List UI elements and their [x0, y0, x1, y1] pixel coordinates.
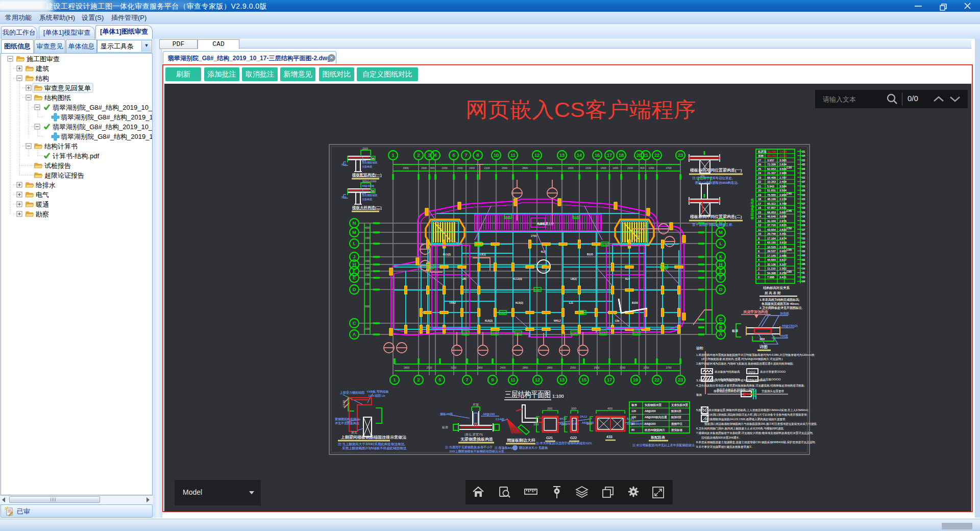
svg-text:2100: 2100	[442, 166, 447, 170]
svg-text:电梯机房上空: 电梯机房上空	[537, 222, 554, 226]
svg-text:3300: 3300	[403, 166, 408, 170]
svg-text:68.499: 68.499	[767, 176, 776, 179]
svg-text:1300: 1300	[365, 267, 371, 270]
svg-text:90: 90	[631, 422, 634, 425]
svg-text:1500: 1500	[457, 166, 462, 170]
svg-text:2900: 2900	[547, 166, 552, 170]
svg-text:KL9(2): KL9(2)	[516, 301, 523, 304]
svg-text:支座负筋设置: 支座负筋设置	[671, 403, 689, 407]
svg-text:700宽: 700宽	[780, 334, 788, 338]
svg-text:2600: 2600	[365, 249, 371, 252]
svg-text:13: 13	[758, 220, 761, 223]
svg-text:3.698: 3.698	[779, 215, 787, 218]
svg-text:L: L	[353, 241, 355, 246]
svg-text:宜十选用于类似的混凝土梁.: 宜十选用于类似的混凝土梁.	[692, 223, 733, 227]
svg-text:11: 11	[510, 153, 515, 158]
svg-text:C40: C40	[787, 192, 792, 195]
svg-text:侧板A6筋: 侧板A6筋	[440, 413, 453, 416]
svg-text:16: 16	[758, 206, 761, 209]
svg-text:17: 17	[758, 202, 761, 205]
svg-text:2500: 2500	[426, 366, 432, 369]
svg-text:3.365: 3.365	[779, 159, 787, 162]
svg-text:900: 900	[430, 166, 435, 170]
svg-text:19: 19	[758, 194, 761, 197]
svg-text:7: 7	[758, 246, 760, 249]
svg-text:主筋构造: 主筋构造	[362, 165, 372, 168]
svg-text:梁宽: 梁宽	[351, 430, 357, 435]
svg-text:1500: 1500	[365, 260, 371, 262]
svg-text:1: 1	[393, 377, 396, 382]
svg-text:2000: 2000	[502, 166, 507, 170]
svg-text:100/上翻梁侧楼板平板钢筋锚固做法示意: 100/上翻梁侧楼板平板钢筋锚固做法示意	[449, 449, 504, 453]
svg-text:32.706: 32.706	[767, 150, 776, 153]
svg-text:YKB板,弯钩锚板: YKB板,弯钩锚板	[366, 390, 389, 394]
svg-text:-10: -10	[801, 254, 805, 257]
svg-text:预留洞口周边板底附加钢筋网片与原板筋搭接200,施工时注意预: 预留洞口周边板底附加钢筋网片与原板筋搭接200,施工时注意预埋定位复核无误后方可…	[704, 422, 818, 426]
svg-text:洞口角部附加放射筋2A12长1500,遇梁锚入梁内满足锚固长: 洞口角部附加放射筋2A12长1500,遇梁锚入梁内满足锚固长度要求.	[704, 417, 787, 421]
svg-text:7.988: 7.988	[767, 276, 774, 279]
svg-text:WKL2: WKL2	[554, 319, 561, 322]
svg-text:6: 6	[758, 250, 760, 253]
svg-text:A8@200: A8@200	[483, 413, 495, 416]
svg-text:3.957: 3.957	[767, 159, 774, 162]
svg-text:16: 16	[595, 153, 600, 158]
svg-text:KL6(2): KL6(2)	[485, 319, 493, 322]
svg-text:54.398: 54.398	[767, 272, 776, 275]
svg-text:62.653: 62.653	[767, 167, 776, 171]
svg-text:L3(1): L3(1)	[480, 253, 486, 256]
svg-text:E: E	[353, 275, 356, 280]
svg-text:15: 15	[758, 211, 761, 214]
svg-text:5: 5	[438, 377, 441, 382]
svg-text:C45: C45	[787, 209, 792, 212]
svg-text:B100: B100	[632, 301, 638, 304]
svg-text:KL4: KL4	[625, 277, 630, 280]
svg-text:200: 200	[587, 422, 593, 425]
svg-text:20: 20	[758, 189, 761, 192]
svg-text:A8@200: A8@200	[645, 422, 656, 425]
svg-text:300: 300	[760, 337, 765, 341]
svg-text:22: 22	[758, 180, 761, 183]
svg-text:-14: -14	[801, 154, 805, 157]
svg-text:9: 9	[491, 377, 494, 382]
svg-text:23: 23	[678, 153, 683, 158]
svg-text:17: 17	[607, 153, 612, 158]
svg-text:h120: h120	[534, 288, 540, 292]
svg-text:46.646: 46.646	[767, 215, 776, 218]
svg-text:63.190: 63.190	[767, 241, 776, 244]
svg-text:h120: h120	[579, 311, 585, 315]
svg-text:100: 100	[631, 416, 636, 419]
svg-text:66.953: 66.953	[767, 211, 776, 214]
svg-text:上部受力钢筋锚固: 上部受力钢筋锚固	[339, 391, 364, 395]
svg-text:21: 21	[643, 153, 648, 158]
svg-text:1400: 1400	[612, 166, 618, 170]
svg-text:封边: 封边	[341, 196, 347, 199]
svg-text:A: A	[353, 332, 356, 337]
svg-text:200: 200	[547, 407, 553, 410]
svg-text:注:当上翻梁高大于300时采用此构造做法做法,: 注:当上翻梁高大于300时采用此构造做法做法,	[338, 442, 405, 446]
svg-text:3.506: 3.506	[779, 167, 787, 171]
svg-text:14: 14	[577, 153, 582, 158]
svg-text:板厚: 板厚	[731, 329, 738, 332]
svg-text:57.897: 57.897	[767, 206, 776, 209]
svg-text:2.815: 2.815	[779, 224, 787, 227]
svg-text:32.136: 32.136	[767, 263, 776, 266]
svg-text:2300: 2300	[365, 283, 371, 285]
svg-text:3150: 3150	[451, 366, 456, 369]
svg-text:2100: 2100	[585, 166, 591, 170]
svg-text:3.391: 3.391	[779, 232, 787, 235]
svg-text:C14@: C14@	[496, 418, 504, 421]
svg-text:封边: 封边	[341, 163, 347, 166]
svg-text:表示计算要求OOOO: 表示计算要求OOOO	[760, 370, 786, 374]
svg-text:2850: 2850	[547, 366, 552, 369]
svg-text:A8@200: A8@200	[645, 409, 656, 413]
svg-text:-19: -19	[801, 224, 805, 227]
svg-text:4A12: 4A12	[559, 417, 567, 420]
svg-text:31.444: 31.444	[767, 220, 776, 223]
svg-text:无梁侧悬挑板构造: 无梁侧悬挑板构造	[460, 437, 493, 442]
svg-text:23: 23	[758, 176, 761, 179]
svg-text:板面: 板面	[696, 393, 702, 397]
svg-text:4: 4	[434, 153, 436, 158]
svg-text:D: D	[719, 287, 723, 292]
svg-text:2.787: 2.787	[779, 176, 787, 179]
svg-text:-11: -11	[801, 271, 805, 274]
